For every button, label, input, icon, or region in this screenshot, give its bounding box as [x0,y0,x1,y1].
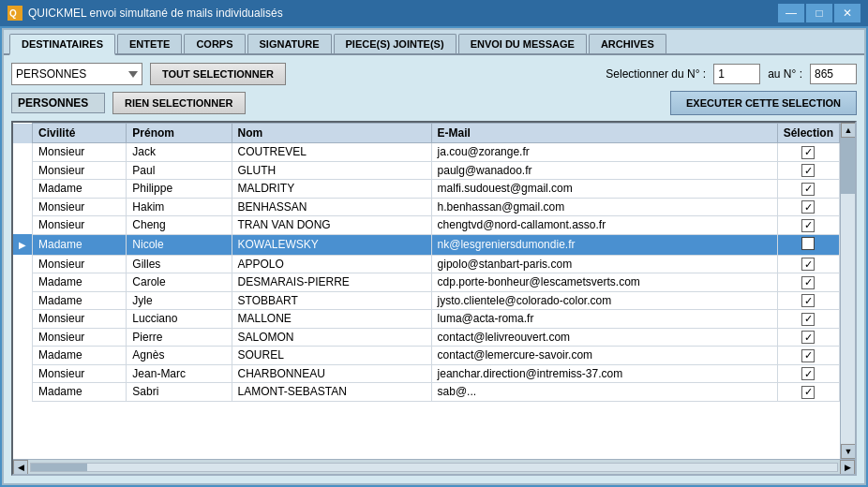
close-button[interactable]: ✕ [834,4,861,22]
email-cell: ja.cou@zorange.fr [431,143,777,162]
checkbox-cell[interactable] [777,364,839,383]
checkbox-cell[interactable] [777,143,839,162]
email-cell: malfi.sudouest@gmail.com [431,180,777,199]
checkbox-cell[interactable] [777,180,839,199]
table-row[interactable]: Madame Carole DESMARAIS-PIERRE cdp.porte… [13,273,840,292]
checkbox-display[interactable] [801,164,815,177]
tab-entete[interactable]: ENTETE [117,34,182,53]
nom-cell: BENHASSAN [232,198,431,216]
email-cell: cdp.porte-bonheur@lescametsverts.com [431,273,777,292]
table-row[interactable]: ▶ Madame Nicole KOWALEWSKY nk@lesgrenier… [13,234,840,255]
table-row[interactable]: Monsieur Gilles APPOLO gipolo@stanbart-p… [13,255,840,273]
table-row[interactable]: Monsieur Cheng TRAN VAN DONG chengtvd@no… [13,216,840,235]
civilite-cell: Monsieur [33,216,127,235]
data-table-container: Civilité Prénom Nom E-Mail Sélection Mon… [11,121,857,476]
table-row[interactable]: Monsieur Jack COUTREVEL ja.cou@zorange.f… [13,143,840,162]
maximize-button[interactable]: □ [806,4,832,22]
h-scroll-thumb[interactable] [31,464,87,471]
table-row[interactable]: Monsieur Pierre SALOMON contact@lelivreo… [13,328,840,347]
label-box: PERSONNES [11,93,105,113]
checkbox-display[interactable] [801,258,815,271]
scroll-up-button[interactable]: ▲ [841,123,855,138]
checkbox-display[interactable] [801,386,815,399]
table-row[interactable]: Monsieur Hakim BENHASSAN h.benhassan@gma… [13,198,840,216]
category-dropdown-1[interactable]: PERSONNES ENTREPRISES ASSOCIATIONS [11,63,142,85]
checkbox-display[interactable] [801,331,815,344]
col-civilite: Civilité [33,124,127,143]
tab-pieces[interactable]: PIECE(S) JOINTE(S) [334,34,456,53]
prenom-cell: Jyle [127,291,232,310]
selection-range-controls: Selectionner du N° : au N° : [606,64,857,84]
checkbox-display[interactable] [801,367,815,380]
minimize-button[interactable]: — [778,4,804,22]
civilite-cell: Monsieur [33,161,127,180]
checkbox-display[interactable] [801,219,815,232]
civilite-cell: Madame [33,383,127,402]
nom-cell: STOBBART [232,291,431,310]
checkbox-display[interactable] [801,237,815,250]
checkbox-cell[interactable] [777,255,839,273]
checkbox-cell[interactable] [777,161,839,180]
tab-archives[interactable]: ARCHIVES [589,34,666,53]
email-cell: h.benhassan@gmail.com [431,198,777,216]
email-cell: nk@lesgreniersdumondie.fr [431,234,777,255]
table-row[interactable]: Madame Agnès SOUREL contact@lemercure-sa… [13,347,840,365]
to-number-input[interactable] [810,64,857,84]
scroll-thumb[interactable] [841,138,855,194]
horizontal-scrollbar[interactable]: ◀ ▶ [13,459,855,474]
table-row[interactable]: Madame Philippe MALDRITY malfi.sudouest@… [13,180,840,199]
checkbox-display[interactable] [801,349,815,362]
scroll-right-button[interactable]: ▶ [840,460,855,475]
checkbox-cell[interactable] [777,310,839,329]
civilite-cell: Madame [33,234,127,255]
checkbox-cell[interactable] [777,291,839,310]
checkbox-display[interactable] [801,294,815,307]
nom-cell: SALOMON [232,328,431,347]
nom-cell: MALLONE [232,310,431,329]
table-row[interactable]: Monsieur Lucciano MALLONE luma@acta-roma… [13,310,840,329]
checkbox-cell[interactable] [777,273,839,292]
table-row[interactable]: Monsieur Jean-Marc CHARBONNEAU jeanchar.… [13,364,840,383]
from-number-input[interactable] [713,64,760,84]
executer-button[interactable]: EXECUTER CETTE SELECTION [670,91,857,115]
tab-envoi[interactable]: ENVOI DU MESSAGE [458,34,587,53]
scroll-left-button[interactable]: ◀ [13,460,28,475]
checkbox-cell[interactable] [777,347,839,365]
row-indicator-cell [13,161,33,180]
checkbox-display[interactable] [801,183,815,196]
tab-destinataires[interactable]: DESTINATAIRES [9,34,115,55]
row-indicator-cell [13,383,33,402]
checkbox-display[interactable] [801,146,815,159]
checkbox-display[interactable] [801,313,815,326]
tab-signature[interactable]: SIGNATURE [247,34,332,53]
table-scroll-area[interactable]: Civilité Prénom Nom E-Mail Sélection Mon… [13,123,840,459]
row-indicator-cell [13,255,33,273]
row-indicator-cell [13,364,33,383]
checkbox-cell[interactable] [777,383,839,402]
scroll-track[interactable] [841,138,855,444]
title-bar-left: Q QUICKMEL envoi simultané de mails indi… [7,6,283,21]
checkbox-cell[interactable] [777,328,839,347]
table-row[interactable]: Madame Sabri LAMONT-SEBASTAN sab@... [13,383,840,402]
checkbox-display[interactable] [801,200,815,214]
row-indicator-cell [13,180,33,199]
email-cell: luma@acta-roma.fr [431,310,777,329]
checkbox-cell[interactable] [777,234,839,255]
rien-selectionner-button[interactable]: RIEN SELECTIONNER [112,92,246,114]
row-indicator-cell [13,143,33,162]
email-cell: jeanchar.direction@intremiss-37.com [431,364,777,383]
table-row[interactable]: Madame Jyle STOBBART jysto.clientele@col… [13,291,840,310]
h-scroll-track[interactable] [30,463,838,472]
scroll-down-button[interactable]: ▼ [841,444,855,459]
row-indicator-cell [13,273,33,292]
table-row[interactable]: Monsieur Paul GLUTH paulg@wanadoo.fr [13,161,840,180]
nom-cell: CHARBONNEAU [232,364,431,383]
tout-selectionner-button[interactable]: TOUT SELECTIONNER [150,63,286,85]
checkbox-cell[interactable] [777,216,839,235]
table-header-row: Civilité Prénom Nom E-Mail Sélection [13,124,840,143]
checkbox-cell[interactable] [777,198,839,216]
nom-cell: GLUTH [232,161,431,180]
vertical-scrollbar[interactable]: ▲ ▼ [840,123,855,459]
checkbox-display[interactable] [801,276,815,289]
tab-corps[interactable]: CORPS [184,34,245,53]
